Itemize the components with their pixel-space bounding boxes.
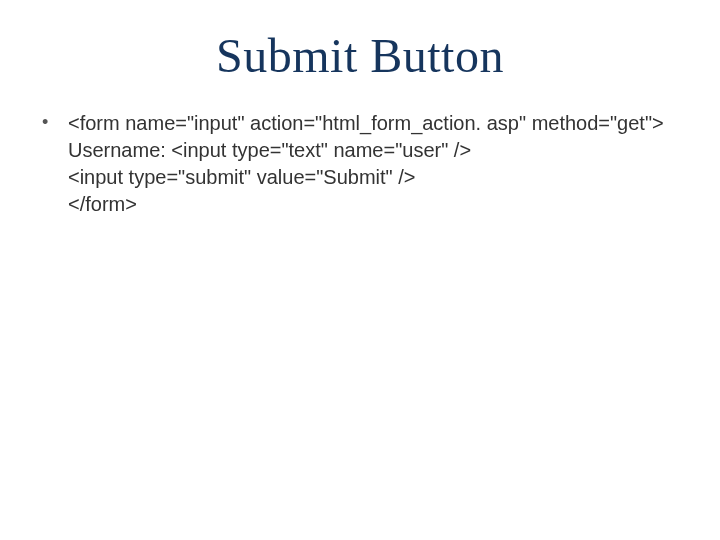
code-line: <input type="submit" value="Submit" /> [68, 164, 680, 191]
bullet-text: <form name="input" action="html_form_act… [68, 110, 680, 218]
slide-body: • <form name="input" action="html_form_a… [40, 110, 680, 218]
bullet-marker: • [40, 110, 68, 135]
code-line: Username: <input type="text" name="user"… [68, 137, 680, 164]
code-line: <form name="input" action="html_form_act… [68, 110, 680, 137]
bullet-item: • <form name="input" action="html_form_a… [40, 110, 680, 218]
code-line: </form> [68, 191, 680, 218]
slide: Submit Button • <form name="input" actio… [0, 0, 720, 540]
slide-title: Submit Button [0, 28, 720, 83]
